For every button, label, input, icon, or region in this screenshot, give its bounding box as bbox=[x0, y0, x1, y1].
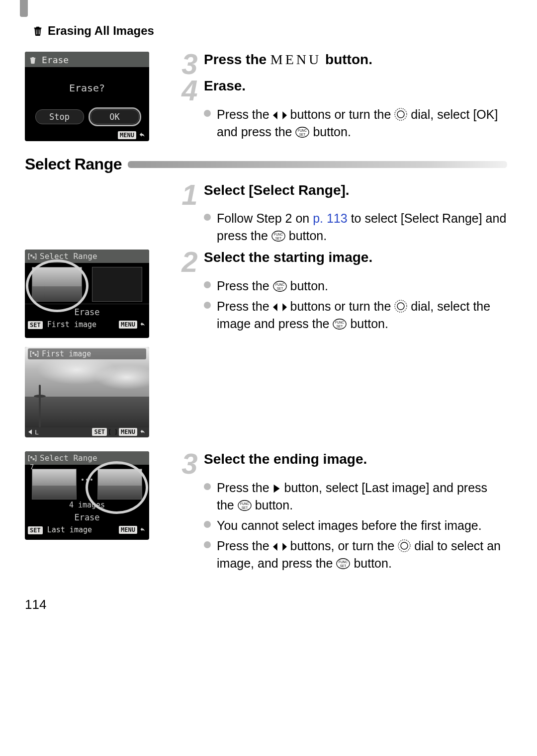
left-right-arrows-icon bbox=[273, 302, 287, 313]
step-bullet: Follow Step 2 on p. 113 to select [Selec… bbox=[204, 210, 507, 245]
menu-badge: MENU bbox=[119, 526, 137, 534]
bullet-dot-icon bbox=[204, 214, 211, 221]
section-rule bbox=[128, 161, 507, 168]
section-title: Select Range bbox=[25, 155, 122, 173]
func-set-icon: FUNCSET bbox=[238, 500, 252, 511]
lcd-erase-dialog: Erase Erase? Stop OK MENU bbox=[25, 52, 149, 141]
range-brackets-icon bbox=[109, 429, 117, 435]
svg-text:FUNC: FUNC bbox=[240, 502, 249, 505]
left-arrow-icon bbox=[28, 429, 34, 435]
page-header-title: Erasing All Images bbox=[48, 24, 154, 38]
set-badge: SET bbox=[28, 321, 43, 329]
bullet-dot-icon bbox=[204, 281, 211, 288]
control-dial-icon bbox=[398, 539, 411, 552]
size-L-label: L bbox=[35, 428, 39, 436]
step-bullet: Press the FUNCSET button. bbox=[204, 277, 507, 295]
bullet-dot-icon bbox=[204, 483, 211, 490]
step-number: 1 bbox=[177, 182, 201, 207]
svg-point-0 bbox=[395, 108, 407, 120]
thumbnail-first bbox=[32, 267, 82, 302]
step-title: Press the MENU button. bbox=[204, 52, 372, 68]
bullet-dot-icon bbox=[204, 541, 211, 548]
svg-point-23 bbox=[401, 542, 408, 549]
range-brackets-icon bbox=[28, 455, 37, 462]
lcd-count: 4 images bbox=[25, 501, 149, 509]
thumbnail-empty bbox=[92, 267, 142, 302]
func-set-icon: FUNCSET bbox=[273, 280, 287, 292]
set-badge: SET bbox=[28, 526, 43, 534]
func-set-icon: FUNCSET bbox=[295, 126, 309, 138]
page-number: 114 bbox=[25, 597, 507, 612]
return-icon bbox=[139, 429, 146, 435]
svg-text:SET: SET bbox=[299, 132, 306, 136]
ellipsis-icon bbox=[81, 475, 93, 485]
menu-badge: MENU bbox=[119, 321, 137, 329]
svg-text:SET: SET bbox=[337, 324, 343, 328]
svg-point-18 bbox=[90, 479, 92, 481]
lcd-select-range-end: Select Range 7 4 images Erase SET Last i… bbox=[25, 451, 149, 540]
trash-icon bbox=[29, 56, 37, 65]
svg-text:FUNC: FUNC bbox=[274, 233, 283, 236]
lcd-title: Erase bbox=[42, 55, 69, 65]
svg-point-17 bbox=[86, 479, 88, 481]
left-right-arrows-icon bbox=[273, 110, 287, 121]
step-number: 3 bbox=[177, 451, 201, 476]
step-bullet: You cannot select images before the firs… bbox=[204, 517, 507, 534]
bullet-dot-icon bbox=[204, 521, 211, 528]
lcd-prompt: Erase? bbox=[25, 67, 149, 94]
lcd-menu-badge: MENU bbox=[118, 131, 136, 139]
thumbnail-first bbox=[32, 469, 77, 500]
page-header: Erasing All Images bbox=[32, 24, 507, 38]
svg-text:FUNC: FUNC bbox=[275, 283, 284, 286]
bullet-dot-icon bbox=[204, 110, 211, 117]
lcd-stop-button[interactable]: Stop bbox=[35, 109, 84, 124]
step-title: Select [Select Range]. bbox=[204, 182, 350, 198]
lcd-last-image-label: Last image bbox=[47, 525, 92, 534]
left-right-arrows-icon bbox=[273, 541, 287, 552]
lcd-erase-label: Erase bbox=[25, 509, 149, 523]
svg-text:SET: SET bbox=[340, 564, 347, 567]
return-icon bbox=[139, 527, 146, 533]
page-tab-mark bbox=[20, 0, 28, 17]
step-number: 2 bbox=[177, 250, 201, 274]
range-brackets-icon bbox=[28, 253, 37, 260]
step-bullet: Press the button, select [Last image] an… bbox=[204, 479, 507, 514]
step-number: 4 bbox=[177, 78, 201, 102]
thumbnail-index-label: 7 bbox=[30, 463, 34, 471]
return-icon bbox=[139, 322, 146, 328]
control-dial-icon bbox=[394, 300, 407, 313]
func-set-icon: FUNCSET bbox=[336, 558, 350, 570]
thumbnail-last bbox=[97, 469, 142, 500]
lcd-title: Select Range bbox=[40, 252, 97, 261]
svg-point-12 bbox=[397, 303, 404, 310]
lcd-title: Select Range bbox=[40, 453, 97, 463]
menu-badge: MENU bbox=[119, 428, 137, 436]
func-set-icon: FUNCSET bbox=[333, 318, 347, 330]
step-title: Select the ending image. bbox=[204, 451, 367, 467]
svg-text:SET: SET bbox=[241, 505, 248, 509]
svg-point-11 bbox=[395, 300, 407, 312]
lcd-ok-button[interactable]: OK bbox=[90, 109, 139, 124]
svg-text:SET: SET bbox=[275, 237, 281, 240]
svg-point-16 bbox=[82, 479, 84, 481]
svg-point-22 bbox=[398, 540, 410, 552]
bullet-dot-icon bbox=[204, 302, 211, 309]
range-brackets-icon bbox=[30, 350, 39, 357]
right-arrow-icon bbox=[273, 483, 281, 494]
page-link[interactable]: p. 113 bbox=[313, 211, 348, 225]
svg-text:FUNC: FUNC bbox=[339, 560, 348, 564]
svg-point-1 bbox=[397, 111, 404, 118]
return-icon bbox=[138, 132, 146, 139]
lcd-erase-label: Erase bbox=[25, 304, 149, 318]
photo-title: First image bbox=[42, 349, 91, 358]
lcd-first-image-preview: First image L SET MENU bbox=[25, 347, 149, 437]
step-bullet: Press the buttons or turn the dial, sele… bbox=[204, 298, 507, 333]
control-dial-icon bbox=[394, 108, 407, 121]
svg-text:FUNC: FUNC bbox=[335, 321, 344, 324]
lcd-select-range-start: Select Range Erase SET First image MENU bbox=[25, 250, 149, 338]
func-set-icon: FUNCSET bbox=[271, 230, 285, 242]
step-number: 3 bbox=[177, 52, 201, 76]
step-bullet: Press the buttons, or turn the dial to s… bbox=[204, 537, 507, 572]
step-title: Select the starting image. bbox=[204, 250, 372, 265]
step-title: Erase. bbox=[204, 78, 246, 94]
